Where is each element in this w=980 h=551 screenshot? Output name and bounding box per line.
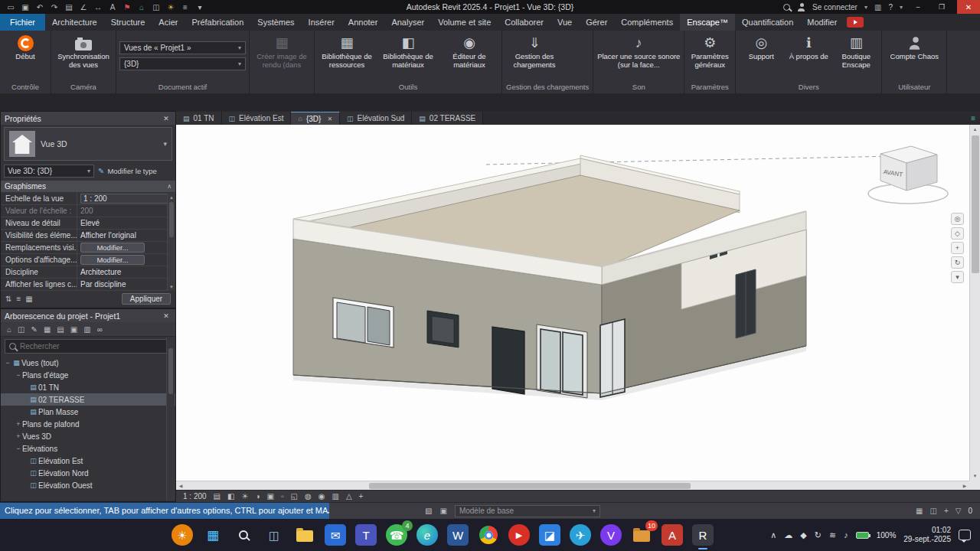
browser-close-icon[interactable]: ✕ [161, 312, 172, 320]
tab-systemes[interactable]: Systèmes [250, 14, 301, 31]
discipline-select[interactable]: Architecture [77, 266, 175, 278]
file-explorer-icon[interactable] [294, 524, 315, 546]
app-store-cart-icon[interactable]: ▥ [874, 3, 881, 11]
open-icon[interactable]: ▭ [6, 3, 15, 11]
general-settings-button[interactable]: ⚙ Paramètres généraux [687, 32, 733, 80]
tab-inserer[interactable]: Insérer [302, 14, 341, 31]
sort-ascending-icon[interactable]: ⇅ [5, 295, 11, 303]
navbar-more-icon[interactable]: ▾ [951, 271, 964, 283]
scrollbar-thumb[interactable] [369, 483, 691, 489]
select-link-icon[interactable]: ▦ [916, 507, 923, 515]
section-graphismes[interactable]: Graphismes ∧ [1, 181, 175, 192]
minimize-button[interactable]: – [910, 0, 926, 14]
workset-combo[interactable]: Modèle de base ▾ [455, 505, 600, 517]
pan-icon[interactable]: ◇ [951, 227, 964, 240]
volume-icon[interactable]: ♪ [844, 530, 848, 540]
tab-collaborer[interactable]: Collaborer [498, 14, 550, 31]
aligned-dimension-icon[interactable]: ↔ [93, 3, 103, 11]
tab-quantification[interactable]: Quantification [735, 14, 800, 31]
material-editor-button[interactable]: ◉ Éditeur de matériaux [439, 32, 499, 80]
tab-acier[interactable]: Acier [152, 14, 185, 31]
tab-structure[interactable]: Structure [104, 14, 152, 31]
visibility-select[interactable]: Afficher l'original [77, 230, 175, 241]
help-caret-icon[interactable]: ▾ [900, 4, 903, 11]
undo-icon[interactable]: ↶ [35, 3, 44, 11]
tab-volume-et-site[interactable]: Volume et site [431, 14, 498, 31]
project-views-combo[interactable]: Vues de « Projet1 » ▾ [119, 41, 246, 54]
view-tab-elevation-est[interactable]: ◫ Elévation Est [222, 112, 292, 125]
group-parameters-icon[interactable]: ≡ [16, 295, 21, 303]
browser-views-icon[interactable]: ◫ [18, 325, 24, 334]
tag-icon[interactable]: ⚑ [122, 3, 132, 11]
viewcube[interactable]: AVANT [864, 142, 956, 210]
media-player-icon[interactable]: ▶ [508, 524, 530, 546]
tree-item-elevation-nord[interactable]: ◫ Elévation Nord [1, 467, 175, 479]
visibility-overrides-button[interactable]: Modifier... [80, 243, 145, 253]
view-tab-elevation-sud[interactable]: ◫ Elévation Sud [340, 112, 412, 125]
battery-icon[interactable] [856, 532, 869, 539]
teams-icon[interactable]: T [355, 524, 377, 546]
scrollbar-thumb[interactable] [972, 135, 979, 273]
scrollbar-thumb[interactable] [169, 202, 174, 237]
mail-icon[interactable]: ✉ [325, 524, 346, 546]
browser-home-icon[interactable]: ⌂ [7, 325, 11, 334]
redo-icon[interactable]: ↷ [50, 3, 59, 11]
close-tab-icon[interactable]: ✕ [327, 116, 332, 122]
video-tutorials-icon[interactable] [847, 17, 864, 28]
measure-icon[interactable]: ∠ [79, 3, 88, 11]
sign-in-button[interactable]: Se connecter [812, 3, 858, 11]
taskbar-clock[interactable]: 01:02 29-sept.-2025 [903, 526, 951, 545]
tree-item-vues-tout[interactable]: − ▦ Vues (tout) [1, 357, 175, 369]
browser-groups-icon[interactable]: ▥ [83, 325, 90, 334]
upload-management-button[interactable]: ⇓ Gestion des chargements [505, 32, 564, 80]
visual-style-icon[interactable]: ◧ [227, 492, 234, 500]
tab-annoter[interactable]: Annoter [341, 14, 385, 31]
downloads-folder-icon[interactable]: 10 [631, 524, 652, 546]
apply-button[interactable]: Appliquer [122, 293, 171, 305]
zoom-icon[interactable]: + [951, 242, 964, 254]
sun-settings-icon[interactable]: ☀ [166, 3, 175, 11]
revit-taskbar-icon[interactable]: R [692, 524, 714, 546]
scroll-down-icon[interactable]: ▼ [973, 471, 978, 481]
tab-enscape[interactable]: Enscape™ [680, 14, 735, 31]
sun-path-icon[interactable]: ☀ [242, 492, 249, 500]
browser-search-input[interactable] [20, 342, 150, 350]
start-button-icon[interactable]: ▦ [202, 524, 224, 546]
tab-architecture[interactable]: Architecture [45, 14, 104, 31]
render-icon[interactable]: ▣ [267, 492, 274, 500]
tree-item-plans-de-plafond[interactable]: + Plans de plafond [1, 418, 175, 430]
updates-icon[interactable]: ↻ [815, 530, 822, 540]
search-icon[interactable] [783, 4, 790, 11]
widgets-weather-icon[interactable]: ☀ [172, 524, 193, 546]
visual-studio-icon[interactable]: V [600, 524, 622, 546]
scroll-down-icon[interactable]: ▼ [168, 282, 175, 291]
worksharing-display-icon[interactable]: ▧ [425, 507, 432, 515]
tab-modifier[interactable]: Modifier [800, 14, 844, 31]
reveal-hidden-icon[interactable]: ◉ [318, 492, 325, 500]
about-button[interactable]: ℹ À propos de [786, 32, 831, 80]
tree-item-plans-detage[interactable]: − Plans d'étage [1, 369, 175, 381]
section-icon[interactable]: ◫ [152, 3, 161, 11]
thin-lines-icon[interactable]: ≡ [181, 3, 190, 11]
selection-filter-icon[interactable]: ▽ [956, 507, 962, 515]
browser-families-icon[interactable]: ▣ [70, 325, 77, 334]
help-button[interactable]: ? [888, 3, 893, 11]
browser-edit-icon[interactable]: ✎ [31, 325, 38, 334]
task-view-icon[interactable]: ◫ [263, 524, 285, 546]
chaos-account-button[interactable]: Compte Chaos [884, 32, 944, 80]
analytical-model-icon[interactable]: △ [346, 492, 352, 500]
vertical-scrollbar[interactable]: ▲ ▼ [969, 125, 980, 481]
view-instance-combo[interactable]: Vue 3D: {3D} ▾ [4, 165, 94, 178]
tab-analyser[interactable]: Analyser [384, 14, 431, 31]
browser-scrollbar[interactable] [166, 337, 175, 500]
filter-parameters-icon[interactable]: ▦ [25, 295, 32, 303]
scroll-right-icon[interactable]: ▶ [960, 483, 969, 488]
crop-view-icon[interactable]: ▫ [281, 492, 284, 500]
maximize-button[interactable]: ❐ [933, 0, 950, 14]
tree-item-elevation-ouest[interactable]: ◫ Elévation Ouest [1, 479, 175, 491]
word-icon[interactable]: W [447, 524, 469, 546]
tree-item-02-terasse[interactable]: ▤ 02 TERASSE [1, 393, 175, 406]
tab-fichier[interactable]: Fichier [0, 14, 45, 31]
type-selector[interactable]: Vue 3D ▾ [4, 127, 172, 161]
tree-item-01-tn[interactable]: ▤ 01 TN [1, 381, 175, 393]
